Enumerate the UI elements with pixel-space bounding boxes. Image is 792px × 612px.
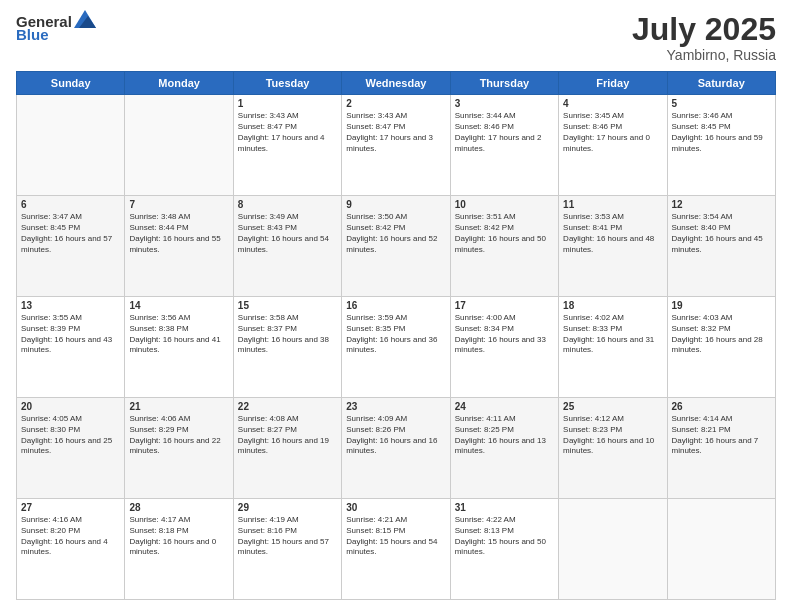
header: General Blue July 2025 Yambirno, Russia	[16, 12, 776, 63]
day-number: 19	[672, 300, 771, 311]
calendar-cell: 25Sunrise: 4:12 AM Sunset: 8:23 PM Dayli…	[559, 398, 667, 499]
weekday-header-wednesday: Wednesday	[342, 72, 450, 95]
calendar-cell: 12Sunrise: 3:54 AM Sunset: 8:40 PM Dayli…	[667, 196, 775, 297]
cell-info: Sunrise: 3:56 AM Sunset: 8:38 PM Dayligh…	[129, 313, 228, 356]
cell-info: Sunrise: 3:48 AM Sunset: 8:44 PM Dayligh…	[129, 212, 228, 255]
day-number: 12	[672, 199, 771, 210]
calendar-cell: 5Sunrise: 3:46 AM Sunset: 8:45 PM Daylig…	[667, 95, 775, 196]
cell-info: Sunrise: 4:22 AM Sunset: 8:13 PM Dayligh…	[455, 515, 554, 558]
calendar-cell: 29Sunrise: 4:19 AM Sunset: 8:16 PM Dayli…	[233, 499, 341, 600]
cell-info: Sunrise: 3:50 AM Sunset: 8:42 PM Dayligh…	[346, 212, 445, 255]
day-number: 28	[129, 502, 228, 513]
cell-info: Sunrise: 3:44 AM Sunset: 8:46 PM Dayligh…	[455, 111, 554, 154]
cell-info: Sunrise: 4:03 AM Sunset: 8:32 PM Dayligh…	[672, 313, 771, 356]
day-number: 10	[455, 199, 554, 210]
calendar-cell: 26Sunrise: 4:14 AM Sunset: 8:21 PM Dayli…	[667, 398, 775, 499]
calendar-cell: 17Sunrise: 4:00 AM Sunset: 8:34 PM Dayli…	[450, 297, 558, 398]
location: Yambirno, Russia	[632, 47, 776, 63]
cell-info: Sunrise: 4:02 AM Sunset: 8:33 PM Dayligh…	[563, 313, 662, 356]
logo-icon	[74, 10, 96, 30]
calendar-cell: 16Sunrise: 3:59 AM Sunset: 8:35 PM Dayli…	[342, 297, 450, 398]
cell-info: Sunrise: 3:43 AM Sunset: 8:47 PM Dayligh…	[346, 111, 445, 154]
weekday-header-tuesday: Tuesday	[233, 72, 341, 95]
calendar-cell: 18Sunrise: 4:02 AM Sunset: 8:33 PM Dayli…	[559, 297, 667, 398]
cell-info: Sunrise: 4:06 AM Sunset: 8:29 PM Dayligh…	[129, 414, 228, 457]
title-section: July 2025 Yambirno, Russia	[632, 12, 776, 63]
cell-info: Sunrise: 4:08 AM Sunset: 8:27 PM Dayligh…	[238, 414, 337, 457]
day-number: 29	[238, 502, 337, 513]
cell-info: Sunrise: 4:11 AM Sunset: 8:25 PM Dayligh…	[455, 414, 554, 457]
calendar-cell: 13Sunrise: 3:55 AM Sunset: 8:39 PM Dayli…	[17, 297, 125, 398]
day-number: 27	[21, 502, 120, 513]
cell-info: Sunrise: 4:00 AM Sunset: 8:34 PM Dayligh…	[455, 313, 554, 356]
calendar-cell: 9Sunrise: 3:50 AM Sunset: 8:42 PM Daylig…	[342, 196, 450, 297]
day-number: 15	[238, 300, 337, 311]
weekday-header-row: SundayMondayTuesdayWednesdayThursdayFrid…	[17, 72, 776, 95]
weekday-header-monday: Monday	[125, 72, 233, 95]
cell-info: Sunrise: 3:46 AM Sunset: 8:45 PM Dayligh…	[672, 111, 771, 154]
cell-info: Sunrise: 3:45 AM Sunset: 8:46 PM Dayligh…	[563, 111, 662, 154]
day-number: 1	[238, 98, 337, 109]
calendar-cell: 22Sunrise: 4:08 AM Sunset: 8:27 PM Dayli…	[233, 398, 341, 499]
calendar-cell: 20Sunrise: 4:05 AM Sunset: 8:30 PM Dayli…	[17, 398, 125, 499]
day-number: 6	[21, 199, 120, 210]
cell-info: Sunrise: 4:05 AM Sunset: 8:30 PM Dayligh…	[21, 414, 120, 457]
month-year: July 2025	[632, 12, 776, 47]
day-number: 16	[346, 300, 445, 311]
day-number: 22	[238, 401, 337, 412]
calendar-cell: 27Sunrise: 4:16 AM Sunset: 8:20 PM Dayli…	[17, 499, 125, 600]
week-row-3: 13Sunrise: 3:55 AM Sunset: 8:39 PM Dayli…	[17, 297, 776, 398]
day-number: 11	[563, 199, 662, 210]
day-number: 25	[563, 401, 662, 412]
week-row-2: 6Sunrise: 3:47 AM Sunset: 8:45 PM Daylig…	[17, 196, 776, 297]
cell-info: Sunrise: 4:12 AM Sunset: 8:23 PM Dayligh…	[563, 414, 662, 457]
day-number: 23	[346, 401, 445, 412]
weekday-header-sunday: Sunday	[17, 72, 125, 95]
calendar-cell: 21Sunrise: 4:06 AM Sunset: 8:29 PM Dayli…	[125, 398, 233, 499]
day-number: 31	[455, 502, 554, 513]
calendar-cell: 1Sunrise: 3:43 AM Sunset: 8:47 PM Daylig…	[233, 95, 341, 196]
day-number: 14	[129, 300, 228, 311]
cell-info: Sunrise: 4:21 AM Sunset: 8:15 PM Dayligh…	[346, 515, 445, 558]
day-number: 8	[238, 199, 337, 210]
cell-info: Sunrise: 3:47 AM Sunset: 8:45 PM Dayligh…	[21, 212, 120, 255]
calendar-cell	[559, 499, 667, 600]
calendar-cell: 11Sunrise: 3:53 AM Sunset: 8:41 PM Dayli…	[559, 196, 667, 297]
day-number: 4	[563, 98, 662, 109]
day-number: 13	[21, 300, 120, 311]
calendar-cell: 6Sunrise: 3:47 AM Sunset: 8:45 PM Daylig…	[17, 196, 125, 297]
day-number: 18	[563, 300, 662, 311]
calendar-cell: 23Sunrise: 4:09 AM Sunset: 8:26 PM Dayli…	[342, 398, 450, 499]
cell-info: Sunrise: 3:54 AM Sunset: 8:40 PM Dayligh…	[672, 212, 771, 255]
day-number: 30	[346, 502, 445, 513]
day-number: 5	[672, 98, 771, 109]
day-number: 20	[21, 401, 120, 412]
calendar-cell	[125, 95, 233, 196]
cell-info: Sunrise: 4:16 AM Sunset: 8:20 PM Dayligh…	[21, 515, 120, 558]
logo: General Blue	[16, 12, 96, 43]
calendar-cell: 24Sunrise: 4:11 AM Sunset: 8:25 PM Dayli…	[450, 398, 558, 499]
calendar-cell: 15Sunrise: 3:58 AM Sunset: 8:37 PM Dayli…	[233, 297, 341, 398]
week-row-1: 1Sunrise: 3:43 AM Sunset: 8:47 PM Daylig…	[17, 95, 776, 196]
calendar-cell: 3Sunrise: 3:44 AM Sunset: 8:46 PM Daylig…	[450, 95, 558, 196]
day-number: 24	[455, 401, 554, 412]
cell-info: Sunrise: 3:58 AM Sunset: 8:37 PM Dayligh…	[238, 313, 337, 356]
calendar-cell: 10Sunrise: 3:51 AM Sunset: 8:42 PM Dayli…	[450, 196, 558, 297]
calendar-cell: 19Sunrise: 4:03 AM Sunset: 8:32 PM Dayli…	[667, 297, 775, 398]
logo-blue: Blue	[16, 26, 49, 43]
calendar-cell: 14Sunrise: 3:56 AM Sunset: 8:38 PM Dayli…	[125, 297, 233, 398]
day-number: 7	[129, 199, 228, 210]
cell-info: Sunrise: 4:19 AM Sunset: 8:16 PM Dayligh…	[238, 515, 337, 558]
cell-info: Sunrise: 3:49 AM Sunset: 8:43 PM Dayligh…	[238, 212, 337, 255]
calendar-cell: 8Sunrise: 3:49 AM Sunset: 8:43 PM Daylig…	[233, 196, 341, 297]
calendar-cell: 4Sunrise: 3:45 AM Sunset: 8:46 PM Daylig…	[559, 95, 667, 196]
page: General Blue July 2025 Yambirno, Russia …	[0, 0, 792, 612]
weekday-header-saturday: Saturday	[667, 72, 775, 95]
calendar-cell: 31Sunrise: 4:22 AM Sunset: 8:13 PM Dayli…	[450, 499, 558, 600]
day-number: 3	[455, 98, 554, 109]
cell-info: Sunrise: 4:14 AM Sunset: 8:21 PM Dayligh…	[672, 414, 771, 457]
cell-info: Sunrise: 3:43 AM Sunset: 8:47 PM Dayligh…	[238, 111, 337, 154]
calendar-cell: 7Sunrise: 3:48 AM Sunset: 8:44 PM Daylig…	[125, 196, 233, 297]
week-row-5: 27Sunrise: 4:16 AM Sunset: 8:20 PM Dayli…	[17, 499, 776, 600]
day-number: 17	[455, 300, 554, 311]
